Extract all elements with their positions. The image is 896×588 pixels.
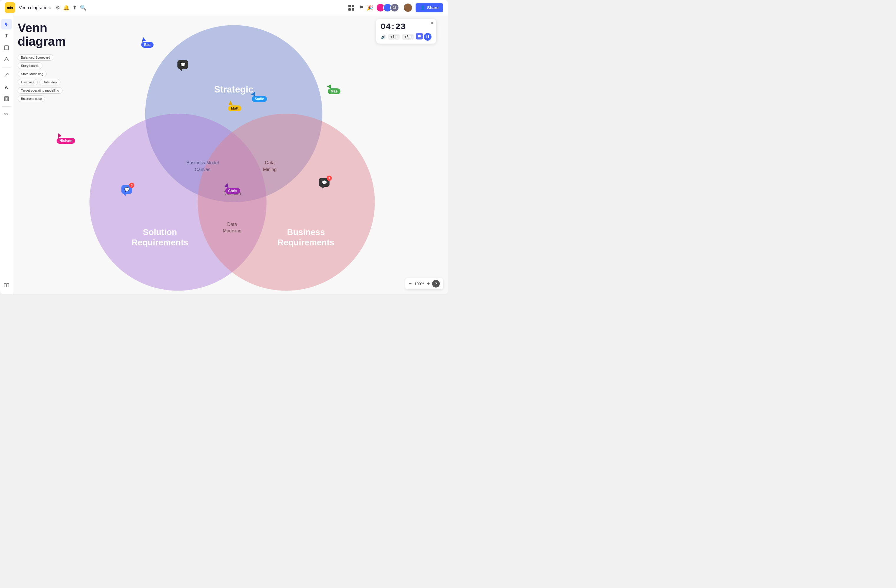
- svg-marker-5: [5, 22, 8, 26]
- chris-arrow: [225, 183, 230, 188]
- topbar-tools: ⚙ 🔔 ⬆ 🔍: [55, 5, 86, 11]
- topbar: miro Venn diagram ☆ ⚙ 🔔 ⬆ 🔍 ⚑: [0, 0, 448, 15]
- sticky-tool[interactable]: [1, 43, 12, 53]
- hand-tool[interactable]: A: [1, 82, 12, 92]
- business-model-label: Business Model: [186, 160, 219, 165]
- timer-sound-icon[interactable]: 🔊: [381, 35, 386, 39]
- business-model-label2: Canvas: [195, 167, 210, 172]
- tag-balanced-scorecard[interactable]: Balanced Scorecard: [18, 54, 53, 61]
- upload-icon[interactable]: ⬆: [73, 5, 77, 11]
- cursor-mae: Mae: [328, 84, 340, 94]
- cursor-sadie: Sadie: [252, 91, 267, 102]
- business-req-label2: Requirements: [277, 238, 335, 247]
- star-icon[interactable]: ☆: [48, 5, 52, 10]
- shapes-tool[interactable]: [1, 54, 12, 65]
- comment-2[interactable]: 💬 3: [319, 178, 329, 187]
- sadie-label: Sadie: [252, 96, 267, 102]
- left-toolbar: T A >>: [0, 15, 13, 294]
- data-modeling-label: Data: [227, 222, 237, 227]
- tag-use-case[interactable]: Use case: [18, 79, 38, 85]
- timer-add-5m[interactable]: +5m: [402, 34, 414, 40]
- bea-label: Bea: [141, 42, 154, 48]
- sadie-arrow: [251, 91, 256, 96]
- timer-minutes: 04: [381, 22, 391, 31]
- comment-1[interactable]: 💬: [177, 60, 188, 69]
- cursor-bea: Bea: [141, 37, 154, 48]
- timer-colon: :: [392, 22, 395, 31]
- tag-state-modelling[interactable]: State Modelling: [18, 71, 47, 77]
- svg-text:miro: miro: [7, 6, 13, 10]
- svg-rect-2: [352, 5, 354, 7]
- tag-story-boards[interactable]: Story boards: [18, 62, 43, 69]
- timer-stop-btn[interactable]: [416, 33, 423, 40]
- share-label: Share: [427, 5, 439, 10]
- avatar-main: [403, 3, 413, 12]
- cursor-chris: Chris: [225, 183, 240, 194]
- zoom-in-btn[interactable]: +: [427, 281, 430, 286]
- apps-icon[interactable]: [347, 3, 356, 12]
- data-mining-label2: Mining: [263, 167, 277, 172]
- zoom-level-display: 100%: [414, 282, 425, 286]
- mae-label: Mae: [328, 88, 340, 94]
- business-req-circle: [198, 114, 375, 291]
- hisham-label: Hisham: [56, 138, 75, 144]
- tag-data-flow[interactable]: Data Flow: [40, 79, 61, 85]
- text-tool[interactable]: T: [1, 30, 12, 41]
- help-btn[interactable]: ?: [432, 280, 440, 287]
- canvas-area[interactable]: Venndiagram Balanced Scorecard Story boa…: [13, 15, 448, 294]
- tag-target-operating[interactable]: Target operating modelling: [18, 87, 62, 94]
- tag-list: Balanced Scorecard Story boards State Mo…: [18, 54, 67, 102]
- timer-add-1m[interactable]: +1m: [388, 34, 400, 40]
- timer-widget: ✕ 04 : 23 🔊 +1m +5m: [376, 19, 436, 44]
- flag-icon[interactable]: ⚑: [359, 5, 364, 11]
- panels-btn[interactable]: [1, 280, 12, 290]
- comment-3[interactable]: 💬 3: [122, 185, 132, 194]
- timer-close-btn[interactable]: ✕: [430, 21, 434, 25]
- svg-rect-11: [4, 283, 6, 287]
- matt-label: Matt: [228, 105, 241, 111]
- cursor-hisham: Hisham: [56, 133, 75, 144]
- frame-tool[interactable]: [1, 93, 12, 104]
- main-content: T A >> Venndiagram: [0, 15, 448, 294]
- celebration-icon[interactable]: 🎉: [367, 5, 373, 11]
- bell-icon[interactable]: 🔔: [63, 5, 70, 11]
- share-person-icon: 👤: [420, 5, 425, 10]
- timer-controls: 🔊 +1m +5m: [381, 33, 431, 41]
- venn-diagram: Strategic Business Model Canvas Data Min…: [13, 15, 448, 294]
- strategic-label: Strategic: [214, 84, 253, 94]
- sidebar-panel: Venndiagram Balanced Scorecard Story boa…: [13, 15, 72, 108]
- data-modeling-label2: Modeling: [223, 228, 241, 233]
- miro-logo[interactable]: miro: [5, 2, 15, 13]
- zoom-controls: − 100% + ?: [405, 278, 443, 289]
- more-tools[interactable]: >>: [1, 109, 12, 120]
- svg-rect-1: [348, 5, 351, 7]
- svg-rect-12: [7, 283, 9, 287]
- zoom-out-btn[interactable]: −: [409, 281, 411, 286]
- svg-rect-9: [5, 97, 9, 101]
- solution-req-label1: Solution: [143, 228, 177, 237]
- svg-line-7: [5, 74, 8, 77]
- pen-tool[interactable]: [1, 70, 12, 81]
- search-icon[interactable]: 🔍: [80, 5, 86, 11]
- share-button[interactable]: 👤 Share: [416, 3, 443, 12]
- hisham-arrow: [56, 132, 61, 138]
- data-mining-label: Data: [265, 160, 275, 165]
- timer-pause-btn[interactable]: [424, 33, 431, 41]
- tag-business-case[interactable]: Business case: [18, 96, 45, 102]
- timer-display: 04 : 23: [381, 22, 431, 31]
- settings-icon[interactable]: ⚙: [55, 5, 60, 11]
- select-tool[interactable]: [1, 19, 12, 29]
- matt-arrow: [228, 100, 233, 105]
- svg-rect-3: [348, 8, 351, 11]
- avatar-group: 12: [376, 3, 399, 12]
- svg-rect-6: [5, 46, 9, 50]
- svg-rect-10: [5, 97, 8, 100]
- topbar-right: ⚑ 🎉 12 👤 Share: [347, 3, 443, 12]
- business-req-label1: Business: [287, 228, 325, 237]
- svg-rect-4: [352, 8, 354, 11]
- timer-seconds: 23: [396, 22, 406, 31]
- diagram-title: Venndiagram: [18, 21, 67, 48]
- chris-label: Chris: [225, 188, 240, 194]
- cursor-matt: Matt: [228, 101, 241, 111]
- mae-arrow: [327, 83, 332, 88]
